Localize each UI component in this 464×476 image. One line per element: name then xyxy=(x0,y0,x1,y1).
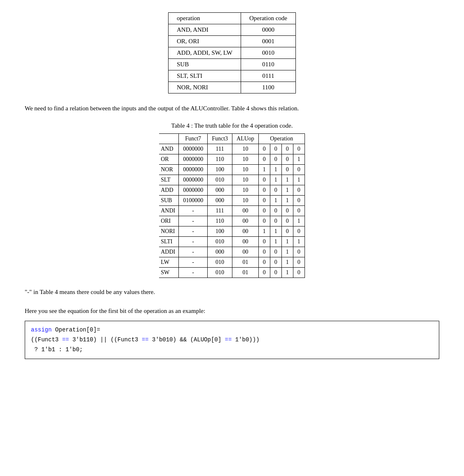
op-table-cell: ADD, ADDI, SW, LW xyxy=(168,47,241,59)
op-table-cell: 0001 xyxy=(241,36,295,47)
truth-table-cell: 1 xyxy=(270,175,281,185)
truth-table-cell: 0 xyxy=(281,165,293,175)
description-text: We need to find a relation between the i… xyxy=(25,103,439,113)
op-table-header-opcode: Operation code xyxy=(241,13,295,24)
truth-table-cell: 010 xyxy=(208,175,232,185)
truth-table-cell: 1 xyxy=(270,226,281,237)
truth-table-cell: 0000000 xyxy=(179,175,208,185)
truth-table-cell: 01 xyxy=(232,268,259,278)
truth-table-cell: 0100000 xyxy=(179,196,208,206)
truth-table: Funct7 Funct3 ALUop Operation AND0000000… xyxy=(159,133,305,278)
truth-table-cell: NORI xyxy=(159,226,179,237)
truth-table-cell: 0 xyxy=(293,185,305,196)
truth-table-cell: 0 xyxy=(258,154,270,165)
truth-table-cell: 000 xyxy=(208,247,232,257)
truth-table-cell: 000 xyxy=(208,196,232,206)
truth-table-cell: 00 xyxy=(232,206,259,216)
truth-table-cell: - xyxy=(179,257,208,268)
truth-table-cell: 0 xyxy=(293,257,305,268)
th-funct3: Funct3 xyxy=(208,134,232,144)
truth-table-cell: ANDI xyxy=(159,206,179,216)
truth-table-cell: 0 xyxy=(281,144,293,154)
op-table-row: AND, ANDI0000 xyxy=(168,24,295,36)
truth-table-cell: AND xyxy=(159,144,179,154)
truth-table-cell: 0 xyxy=(293,144,305,154)
truth-table-row: SLT0000000010100111 xyxy=(159,175,305,185)
truth-table-cell: 10 xyxy=(232,165,259,175)
op-table-row: NOR, NORI1100 xyxy=(168,82,295,93)
truth-table-cell: 0 xyxy=(270,185,281,196)
op-table-row: SUB0110 xyxy=(168,59,295,70)
truth-table-cell: 0 xyxy=(293,196,305,206)
operation-table: operation Operation code AND, ANDI0000OR… xyxy=(168,12,296,93)
truth-table-row: NORI-100001100 xyxy=(159,226,305,237)
truth-table-wrapper: Funct7 Funct3 ALUop Operation AND0000000… xyxy=(25,133,439,278)
truth-table-cell: 1 xyxy=(258,226,270,237)
truth-table-cell: 10 xyxy=(232,144,259,154)
th-empty xyxy=(159,134,179,144)
truth-table-cell: 1 xyxy=(281,196,293,206)
truth-table-cell: 0000000 xyxy=(179,185,208,196)
truth-table-cell: 1 xyxy=(270,165,281,175)
truth-table-cell: 10 xyxy=(232,196,259,206)
truth-table-cell: - xyxy=(179,268,208,278)
op-table-row: ADD, ADDI, SW, LW0010 xyxy=(168,47,295,59)
truth-table-row: OR0000000110100001 xyxy=(159,154,305,165)
truth-table-cell: 0 xyxy=(281,206,293,216)
truth-table-cell: ADDI xyxy=(159,247,179,257)
truth-table-cell: 0 xyxy=(293,226,305,237)
truth-table-cell: 1 xyxy=(281,257,293,268)
truth-table-cell: - xyxy=(179,226,208,237)
op-table-cell: OR, ORI xyxy=(168,36,241,47)
truth-table-cell: LW xyxy=(159,257,179,268)
truth-table-cell: 10 xyxy=(232,185,259,196)
truth-table-cell: 0000000 xyxy=(179,154,208,165)
truth-table-cell: 0 xyxy=(258,237,270,247)
truth-table-cell: - xyxy=(179,206,208,216)
truth-table-cell: 0 xyxy=(270,154,281,165)
truth-table-cell: SLT xyxy=(159,175,179,185)
op-table-cell: NOR, NORI xyxy=(168,82,241,93)
truth-table-cell: 0 xyxy=(293,247,305,257)
truth-table-cell: 0 xyxy=(293,268,305,278)
truth-table-cell: 0 xyxy=(258,144,270,154)
example-text: Here you see the equation for the first … xyxy=(25,306,439,316)
op-table-cell: 0010 xyxy=(241,47,295,59)
note-text: "-" in Table 4 means there could be any … xyxy=(25,287,439,297)
truth-table-cell: 0 xyxy=(258,175,270,185)
op-table-cell: SUB xyxy=(168,59,241,70)
table4-caption: Table 4 : The truth table for the 4 oper… xyxy=(25,122,439,129)
truth-table-cell: 0 xyxy=(258,268,270,278)
truth-table-cell: 110 xyxy=(208,216,232,226)
truth-table-cell: 10 xyxy=(232,154,259,165)
truth-table-cell: 1 xyxy=(293,154,305,165)
op-table-cell: 0110 xyxy=(241,59,295,70)
truth-table-cell: 1 xyxy=(293,175,305,185)
op-table-cell: 1100 xyxy=(241,82,295,93)
truth-table-cell: - xyxy=(179,247,208,257)
eq-keyword-1: == xyxy=(62,336,69,343)
truth-table-cell: 0000000 xyxy=(179,165,208,175)
truth-table-cell: 1 xyxy=(293,237,305,247)
th-funct7: Funct7 xyxy=(179,134,208,144)
op-table-cell: SLT, SLTI xyxy=(168,70,241,82)
eq-keyword-2: == xyxy=(142,336,149,343)
truth-table-header-row: Funct7 Funct3 ALUop Operation xyxy=(159,134,305,144)
truth-table-cell: 010 xyxy=(208,237,232,247)
op-table-cell: AND, ANDI xyxy=(168,24,241,36)
truth-table-cell: - xyxy=(179,216,208,226)
truth-table-cell: OR xyxy=(159,154,179,165)
truth-table-cell: 110 xyxy=(208,154,232,165)
code-block: assign Operation[0]= ((Funct3 == 3'b110)… xyxy=(25,321,439,359)
truth-table-row: NOR0000000100101100 xyxy=(159,165,305,175)
truth-table-cell: 111 xyxy=(208,144,232,154)
truth-table-cell: 0 xyxy=(258,247,270,257)
truth-table-cell: 0 xyxy=(270,144,281,154)
truth-table-cell: 0 xyxy=(293,165,305,175)
op-table-cell: 0000 xyxy=(241,24,295,36)
truth-table-cell: ADD xyxy=(159,185,179,196)
op-table-cell: 0111 xyxy=(241,70,295,82)
truth-table-cell: 10 xyxy=(232,175,259,185)
truth-table-cell: 0 xyxy=(258,257,270,268)
truth-table-cell: 111 xyxy=(208,206,232,216)
